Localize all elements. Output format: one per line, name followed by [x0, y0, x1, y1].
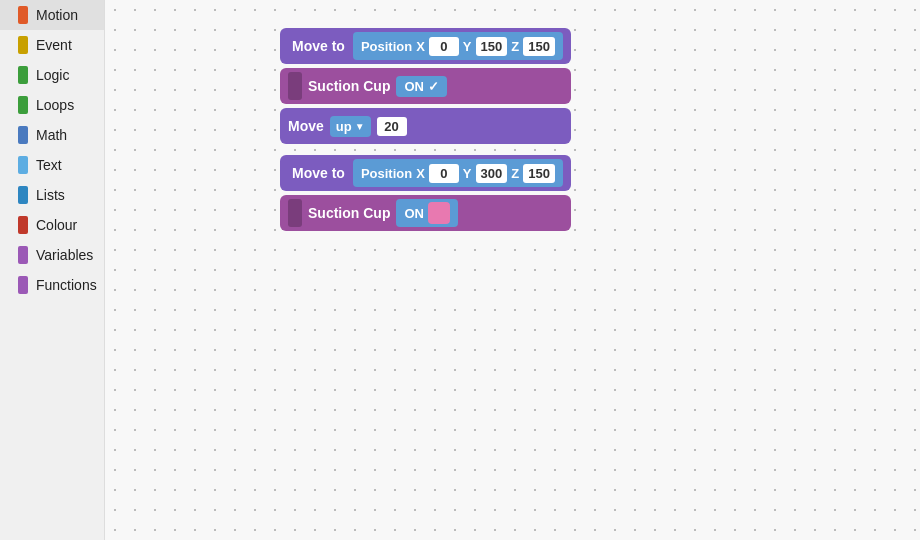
sidebar-item-logic[interactable]: Logic: [0, 60, 104, 90]
variables-color: [18, 246, 28, 264]
sidebar-label-text: Text: [36, 157, 62, 173]
y-label-1: Y: [463, 39, 472, 54]
checkmark-1: ✓: [428, 79, 439, 94]
block-moveto-1[interactable]: Move to Position X 0 Y 150 Z 150: [280, 28, 571, 64]
on-text-2: ON: [404, 206, 424, 221]
block-group-1: Move to Position X 0 Y 150 Z 150 Suction…: [280, 28, 571, 148]
sidebar-item-colour[interactable]: Colour: [0, 210, 104, 240]
sidebar-label-functions: Functions: [36, 277, 97, 293]
on-badge-2: ON: [396, 199, 458, 227]
math-color: [18, 126, 28, 144]
position-box-1: Position X 0 Y 150 Z 150: [353, 32, 563, 60]
sidebar: Motion Event Logic Loops Math Text Lists…: [0, 0, 105, 540]
sidebar-label-event: Event: [36, 37, 72, 53]
sidebar-item-motion[interactable]: Motion: [0, 0, 104, 30]
sidebar-item-lists[interactable]: Lists: [0, 180, 104, 210]
loops-color: [18, 96, 28, 114]
x-label-1: X: [416, 39, 425, 54]
block-suction-1[interactable]: Suction Cup ON ✓: [280, 68, 571, 104]
sidebar-label-lists: Lists: [36, 187, 65, 203]
block-group-2: Move to Position X 0 Y 300 Z 150 Suction…: [280, 155, 571, 235]
canvas: Move to Position X 0 Y 150 Z 150 Suction…: [105, 0, 920, 540]
toggle-pink-1[interactable]: [428, 202, 450, 224]
moveto-label-2: Move to: [288, 165, 349, 181]
block-moveto-2[interactable]: Move to Position X 0 Y 300 Z 150: [280, 155, 571, 191]
x-value-2[interactable]: 0: [429, 164, 459, 183]
sidebar-label-colour: Colour: [36, 217, 77, 233]
colour-color: [18, 216, 28, 234]
z-label-1: Z: [511, 39, 519, 54]
moveto-label-1: Move to: [288, 38, 349, 54]
sidebar-label-motion: Motion: [36, 7, 78, 23]
z-value-1[interactable]: 150: [523, 37, 555, 56]
dropdown-arrow-1: ▼: [355, 121, 365, 132]
logic-color: [18, 66, 28, 84]
position-box-2: Position X 0 Y 300 Z 150: [353, 159, 563, 187]
y-value-1[interactable]: 150: [476, 37, 508, 56]
event-color: [18, 36, 28, 54]
block-suction-2[interactable]: Suction Cup ON: [280, 195, 571, 231]
suction-label-1: Suction Cup: [308, 78, 390, 94]
move-value-1[interactable]: 20: [377, 117, 407, 136]
sidebar-label-math: Math: [36, 127, 67, 143]
text-color: [18, 156, 28, 174]
motion-color: [18, 6, 28, 24]
sidebar-label-loops: Loops: [36, 97, 74, 113]
x-value-1[interactable]: 0: [429, 37, 459, 56]
lists-color: [18, 186, 28, 204]
direction-dropdown-1[interactable]: up ▼: [330, 116, 371, 137]
suction-connector-2: [288, 199, 302, 227]
on-badge-1: ON ✓: [396, 76, 447, 97]
sidebar-item-event[interactable]: Event: [0, 30, 104, 60]
functions-color: [18, 276, 28, 294]
sidebar-item-functions[interactable]: Functions: [0, 270, 104, 300]
sidebar-label-logic: Logic: [36, 67, 69, 83]
position-label-1: Position: [361, 39, 412, 54]
suction-label-2: Suction Cup: [308, 205, 390, 221]
sidebar-item-text[interactable]: Text: [0, 150, 104, 180]
z-value-2[interactable]: 150: [523, 164, 555, 183]
position-label-2: Position: [361, 166, 412, 181]
sidebar-item-loops[interactable]: Loops: [0, 90, 104, 120]
x-label-2: X: [416, 166, 425, 181]
sidebar-item-variables[interactable]: Variables: [0, 240, 104, 270]
sidebar-label-variables: Variables: [36, 247, 93, 263]
y-value-2[interactable]: 300: [476, 164, 508, 183]
sidebar-item-math[interactable]: Math: [0, 120, 104, 150]
block-move-1[interactable]: Move up ▼ 20: [280, 108, 571, 144]
move-label-1: Move: [288, 118, 324, 134]
y-label-2: Y: [463, 166, 472, 181]
suction-connector-1: [288, 72, 302, 100]
z-label-2: Z: [511, 166, 519, 181]
direction-value-1: up: [336, 119, 352, 134]
on-text-1: ON: [404, 79, 424, 94]
